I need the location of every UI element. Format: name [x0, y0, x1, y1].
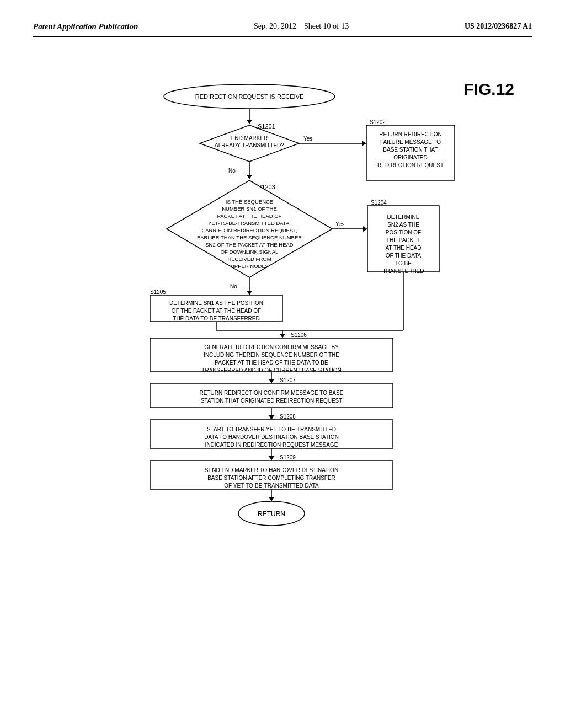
svg-text:S1206: S1206	[291, 332, 307, 338]
svg-text:S1204: S1204	[371, 200, 387, 206]
svg-text:RETURN REDIRECTION CONFIRM MES: RETURN REDIRECTION CONFIRM MESSAGE TO BA…	[200, 390, 344, 396]
svg-text:REDIRECTION REQUEST: REDIRECTION REQUEST	[377, 162, 444, 168]
svg-text:S1205: S1205	[150, 289, 166, 295]
svg-marker-68	[269, 379, 274, 383]
flowchart: REDIRECTION REQUEST IS RECEIVE S1201 END…	[95, 80, 470, 698]
svg-text:OF THE DATA: OF THE DATA	[386, 253, 422, 259]
svg-text:S1202: S1202	[370, 119, 386, 125]
svg-text:RETURN: RETURN	[258, 510, 285, 518]
svg-text:OF YET-TO-BE-TRANSMITTED DATA: OF YET-TO-BE-TRANSMITTED DATA	[224, 483, 319, 489]
publication-label: Patent Application Publication	[33, 22, 138, 31]
svg-text:GENERATE REDIRECTION CONFIRM M: GENERATE REDIRECTION CONFIRM MESSAGE BY	[204, 344, 339, 350]
svg-marker-19	[247, 175, 252, 179]
svg-text:S1201: S1201	[258, 123, 275, 130]
svg-marker-9	[362, 141, 366, 146]
svg-text:S1207: S1207	[280, 377, 296, 383]
svg-text:INCLUDING THEREIN SEQUENCE NUM: INCLUDING THEREIN SEQUENCE NUMBER OF THE	[204, 352, 339, 358]
svg-text:NUMBER SN1 OF THE: NUMBER SN1 OF THE	[222, 206, 277, 212]
svg-text:IS THE SEQUENCE: IS THE SEQUENCE	[226, 199, 273, 205]
svg-text:POSITION OF: POSITION OF	[386, 229, 421, 235]
svg-text:THE DATA TO BE TRANSFERRED: THE DATA TO BE TRANSFERRED	[173, 315, 259, 322]
date-sheet: Sep. 20, 2012 Sheet 10 of 13	[254, 22, 349, 31]
page: Patent Application Publication Sep. 20, …	[0, 0, 565, 728]
svg-marker-74	[269, 415, 274, 420]
svg-marker-88	[269, 497, 274, 501]
svg-marker-47	[247, 291, 252, 295]
svg-text:S1209: S1209	[280, 454, 296, 461]
date: Sep. 20, 2012	[254, 22, 296, 30]
patent-number: US 2012/0236827 A1	[465, 22, 532, 31]
svg-text:Yes: Yes	[303, 136, 312, 142]
svg-text:REDIRECTION REQUEST IS RECEIVE: REDIRECTION REQUEST IS RECEIVE	[195, 93, 304, 100]
svg-text:ORIGINATED: ORIGINATED	[393, 154, 427, 160]
svg-text:INDICATED IN REDIRECTION REQUE: INDICATED IN REDIRECTION REQUEST MESSAGE	[205, 442, 338, 448]
diagram-container: FIG.12 REDIRECTION REQUEST IS RECEIVE S1…	[95, 80, 470, 698]
figure-title: FIG.12	[463, 80, 514, 99]
svg-text:AT THE HEAD: AT THE HEAD	[385, 245, 421, 251]
svg-text:EARLIER THAN THE SEQUENCE NUMB: EARLIER THAN THE SEQUENCE NUMBER	[197, 234, 302, 240]
page-header: Patent Application Publication Sep. 20, …	[33, 22, 532, 37]
svg-text:DETERMINE SN1 AS THE POSITION: DETERMINE SN1 AS THE POSITION	[169, 300, 263, 306]
svg-text:DETERMINE: DETERMINE	[387, 214, 420, 220]
svg-marker-3	[247, 120, 252, 124]
svg-text:SN2 OF THE PACKET AT THE HEAD: SN2 OF THE PACKET AT THE HEAD	[205, 242, 294, 248]
svg-text:OF THE PACKET AT THE HEAD OF: OF THE PACKET AT THE HEAD OF	[172, 308, 261, 314]
svg-text:BASE STATION THAT: BASE STATION THAT	[383, 147, 438, 153]
svg-text:STATION THAT ORIGINATED REDIRE: STATION THAT ORIGINATED REDIRECTION REQU…	[201, 398, 343, 404]
svg-text:SEND END MARKER TO HANDOVER DE: SEND END MARKER TO HANDOVER DESTINATION	[205, 467, 338, 473]
svg-text:CARRIED IN REDIRECTION REQUEST: CARRIED IN REDIRECTION REQUEST,	[201, 227, 297, 233]
sheet: Sheet 10 of 13	[304, 22, 349, 30]
svg-text:THE PACKET: THE PACKET	[386, 237, 420, 243]
svg-marker-60	[280, 334, 285, 338]
svg-text:No: No	[230, 283, 237, 290]
svg-marker-34	[363, 226, 367, 232]
svg-text:SN2 AS THE: SN2 AS THE	[387, 222, 419, 228]
svg-text:No: No	[228, 168, 236, 174]
svg-text:RECEIVED FROM: RECEIVED FROM	[227, 256, 271, 262]
svg-text:BASE STATION AFTER COMPLETING : BASE STATION AFTER COMPLETING TRANSFER	[207, 475, 335, 481]
svg-text:PACKET AT THE HEAD OF THE DATA: PACKET AT THE HEAD OF THE DATA TO BE	[215, 360, 328, 366]
svg-text:UPPER NODE?: UPPER NODE?	[231, 263, 268, 269]
svg-marker-81	[269, 456, 274, 461]
svg-text:RETURN REDIRECTION: RETURN REDIRECTION	[379, 131, 441, 137]
svg-text:DATA TO HANDOVER DESTINATION B: DATA TO HANDOVER DESTINATION BASE STATIO…	[204, 434, 339, 440]
svg-text:OF DOWNLINK SIGNAL: OF DOWNLINK SIGNAL	[221, 249, 279, 255]
svg-text:FAILURE MESSAGE TO: FAILURE MESSAGE TO	[380, 139, 441, 145]
svg-text:TO BE: TO BE	[395, 260, 412, 266]
svg-text:PACKET AT THE HEAD OF: PACKET AT THE HEAD OF	[217, 213, 282, 219]
svg-text:START TO TRANSFER YET-TO-BE-TR: START TO TRANSFER YET-TO-BE-TRANSMITTED	[207, 426, 336, 432]
svg-text:ALREADY TRANSMITTED?: ALREADY TRANSMITTED?	[215, 142, 284, 148]
svg-text:Yes: Yes	[335, 221, 344, 227]
svg-text:END MARKER: END MARKER	[231, 135, 268, 141]
svg-text:YET-TO-BE-TRANSMITTED DATA,: YET-TO-BE-TRANSMITTED DATA,	[208, 220, 291, 226]
svg-text:S1208: S1208	[280, 414, 296, 420]
